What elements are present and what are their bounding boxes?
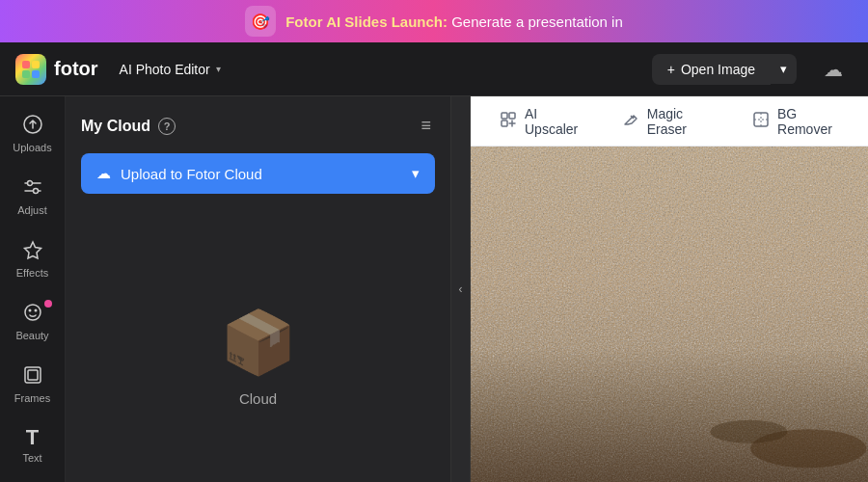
cloud-upload-icon: ☁ [96, 165, 111, 182]
main-layout: Uploads Adjust Effects [0, 96, 868, 482]
cloud-icon: ☁ [824, 59, 843, 80]
empty-box-icon: 📦 [220, 307, 297, 379]
text-icon: T [26, 427, 39, 448]
cloud-button[interactable]: ☁ [814, 52, 853, 87]
svg-rect-1 [32, 61, 40, 68]
sidebar-item-uploads[interactable]: Uploads [4, 104, 62, 163]
svg-rect-14 [28, 370, 38, 380]
sidebar-item-frames[interactable]: Frames [4, 355, 62, 414]
sidebar-item-beauty[interactable]: Beauty [4, 292, 62, 351]
open-image-button-group[interactable]: + Open Image ▾ [652, 54, 797, 85]
banner-icon: 🎯 [245, 6, 276, 37]
sidebar-item-effects[interactable]: Effects [4, 229, 62, 288]
cloud-menu-icon[interactable]: ≡ [417, 112, 435, 140]
svg-marker-9 [24, 242, 41, 258]
effects-icon [22, 239, 43, 263]
banner-text: Fotor AI Slides Launch: Generate a prese… [285, 13, 623, 30]
canvas-image [471, 147, 868, 482]
bg-remover-icon [752, 111, 770, 132]
promo-banner[interactable]: 🎯 Fotor AI Slides Launch: Generate a pre… [0, 0, 868, 42]
svg-rect-18 [754, 113, 768, 126]
sidebar-item-adjust[interactable]: Adjust [4, 167, 62, 226]
magic-eraser-tool[interactable]: Magic Eraser [612, 100, 719, 143]
magic-eraser-icon [622, 111, 639, 132]
logo-area: fotor [15, 54, 98, 85]
chevron-down-icon: ▾ [780, 62, 787, 76]
text-label: Text [22, 452, 41, 464]
svg-point-7 [27, 181, 32, 186]
cloud-panel: My Cloud ? ≡ ☁ Upload to Fotor Cloud ▾ 📦… [66, 96, 451, 482]
adjust-label: Adjust [17, 204, 47, 216]
tools-sidebar: Uploads Adjust Effects [0, 96, 66, 482]
svg-rect-17 [502, 120, 507, 126]
svg-rect-0 [22, 61, 30, 68]
canvas-area: AI Upscaler Magic Eraser [471, 96, 868, 482]
collapse-icon: ‹ [459, 282, 463, 296]
uploads-label: Uploads [13, 142, 51, 153]
frames-icon [22, 364, 43, 388]
product-selector-button[interactable]: AI Photo Editor ▾ [110, 56, 231, 83]
bg-remover-tool[interactable]: BG Remover [743, 100, 849, 143]
collapse-panel-handle[interactable]: ‹ [451, 96, 471, 482]
info-icon[interactable]: ? [158, 118, 176, 135]
svg-point-12 [34, 309, 37, 312]
open-image-main-button[interactable]: + Open Image [652, 54, 771, 85]
logo-icon [15, 54, 46, 85]
canvas-content [471, 147, 868, 482]
beauty-badge [44, 300, 52, 308]
chevron-down-icon: ▾ [216, 64, 221, 74]
sidebar-item-text[interactable]: T Text [4, 417, 62, 473]
chevron-down-icon: ▾ [412, 165, 420, 182]
cloud-empty-state: 📦 Cloud [81, 207, 435, 467]
frames-label: Frames [14, 392, 50, 404]
open-image-dropdown-button[interactable]: ▾ [771, 54, 797, 84]
upload-to-cloud-button[interactable]: ☁ Upload to Fotor Cloud ▾ [81, 153, 435, 194]
uploads-icon [22, 114, 43, 138]
beauty-icon [22, 302, 43, 326]
cloud-panel-title: My Cloud ? [81, 118, 176, 135]
cloud-empty-label: Cloud [239, 390, 277, 407]
adjust-icon [22, 176, 43, 201]
svg-point-10 [25, 305, 41, 320]
logo-text: fotor [54, 58, 98, 80]
svg-rect-16 [509, 113, 515, 119]
svg-rect-3 [32, 70, 40, 78]
image-overlay [471, 348, 868, 482]
svg-rect-15 [502, 113, 507, 119]
svg-rect-2 [22, 70, 30, 78]
ai-upscaler-tool[interactable]: AI Upscaler [490, 100, 589, 143]
svg-point-11 [28, 309, 31, 312]
app-header: fotor AI Photo Editor ▾ + Open Image ▾ ☁ [0, 42, 868, 96]
effects-label: Effects [16, 267, 48, 279]
svg-point-8 [33, 189, 38, 194]
canvas-toolbar: AI Upscaler Magic Eraser [471, 96, 868, 147]
beauty-label: Beauty [15, 330, 48, 341]
cloud-panel-header: My Cloud ? ≡ [81, 112, 435, 140]
ai-upscaler-icon [500, 111, 517, 132]
plus-icon: + [667, 62, 675, 77]
